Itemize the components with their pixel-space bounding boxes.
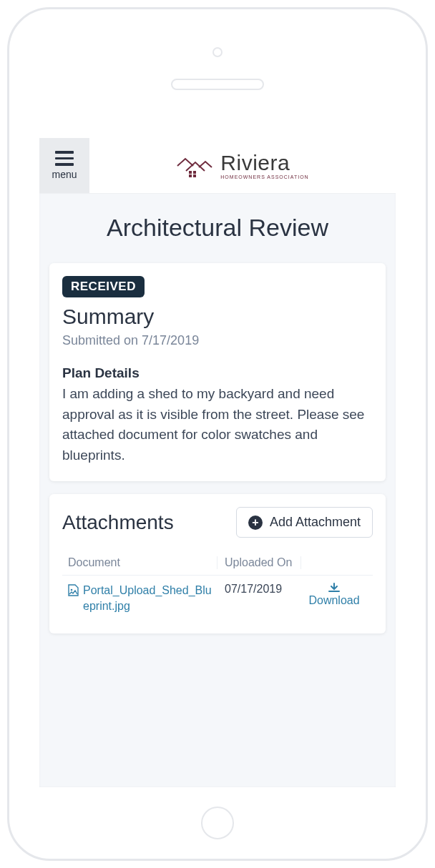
svg-rect-2 bbox=[189, 174, 192, 177]
attachments-card: Attachments + Add Attachment Document Up… bbox=[49, 494, 386, 633]
brand-area: Riviera Homeowners Association bbox=[89, 138, 396, 193]
phone-frame: menu Rivi bbox=[7, 7, 428, 861]
uploaded-date: 07/17/2019 bbox=[218, 583, 301, 596]
svg-point-4 bbox=[71, 589, 73, 591]
svg-rect-1 bbox=[193, 171, 196, 174]
table-row: Portal_Upload_Shed_Blueprint.jpg 07/17/2… bbox=[62, 575, 373, 618]
add-attachment-button[interactable]: + Add Attachment bbox=[236, 507, 373, 538]
houses-icon bbox=[176, 154, 216, 178]
svg-rect-0 bbox=[189, 171, 192, 174]
phone-top-bezel bbox=[9, 9, 426, 109]
submitted-text: Submitted on 7/17/2019 bbox=[62, 333, 373, 348]
menu-label: menu bbox=[52, 169, 77, 180]
plus-circle-icon: + bbox=[248, 516, 263, 530]
table-header: Document Uploaded On bbox=[62, 551, 373, 575]
attachments-heading: Attachments bbox=[62, 511, 174, 534]
phone-speaker bbox=[171, 79, 264, 90]
app-screen: menu Rivi bbox=[39, 138, 396, 787]
attachments-table: Document Uploaded On Portal_Upload_Shed_… bbox=[62, 551, 373, 618]
col-document: Document bbox=[68, 556, 218, 569]
home-button[interactable] bbox=[201, 807, 234, 839]
col-uploaded: Uploaded On bbox=[218, 556, 301, 569]
attachment-link[interactable]: Portal_Upload_Shed_Blueprint.jpg bbox=[83, 583, 218, 615]
plan-details-label: Plan Details bbox=[62, 365, 373, 381]
download-icon bbox=[328, 583, 340, 593]
brand-subtitle: Homeowners Association bbox=[220, 174, 308, 179]
phone-bottom-bezel bbox=[9, 787, 426, 859]
menu-button[interactable]: menu bbox=[39, 138, 89, 193]
brand-logo: Riviera Homeowners Association bbox=[176, 152, 308, 179]
top-bar: menu Rivi bbox=[39, 138, 396, 194]
page-title: Architectural Review bbox=[39, 194, 396, 263]
file-image-icon bbox=[68, 584, 79, 596]
phone-camera bbox=[212, 47, 223, 57]
status-badge: RECEIVED bbox=[62, 276, 145, 297]
download-label: Download bbox=[308, 594, 359, 607]
plan-details-text: I am adding a shed to my backyard and ne… bbox=[62, 384, 373, 465]
download-button[interactable]: Download bbox=[301, 583, 367, 607]
hamburger-icon bbox=[55, 151, 74, 166]
summary-card: RECEIVED Summary Submitted on 7/17/2019 … bbox=[49, 263, 386, 481]
summary-heading: Summary bbox=[62, 305, 373, 329]
brand-name: Riviera bbox=[220, 152, 308, 174]
svg-rect-3 bbox=[193, 174, 196, 177]
add-attachment-label: Add Attachment bbox=[270, 515, 361, 530]
